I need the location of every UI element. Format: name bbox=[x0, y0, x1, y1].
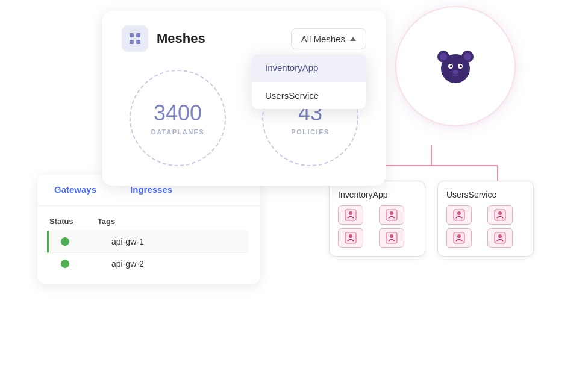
kuma-icon-item bbox=[379, 228, 404, 248]
svg-point-29 bbox=[498, 211, 502, 215]
policies-label: POLICIES bbox=[291, 128, 329, 136]
svg-rect-1 bbox=[136, 33, 140, 37]
usersservice-title: UsersService bbox=[446, 190, 525, 199]
kuma-icon-item bbox=[338, 205, 363, 225]
svg-rect-3 bbox=[136, 40, 140, 44]
tabs-body: Status Tags api-gw-1 api-gw-2 bbox=[37, 206, 260, 284]
dataplanes-stat: 3400 DATAPLANES bbox=[130, 70, 226, 166]
status-dot-active bbox=[61, 237, 69, 246]
inventoryapp-icons bbox=[338, 205, 416, 248]
usersservice-icons bbox=[446, 205, 525, 248]
svg-point-7 bbox=[440, 53, 447, 60]
kuma-icon-item bbox=[338, 228, 363, 248]
main-card: Meshes All Meshes InventoryApp UsersServ… bbox=[102, 11, 386, 186]
chevron-up-icon bbox=[350, 37, 356, 41]
svg-rect-2 bbox=[130, 40, 134, 44]
kuma-icon bbox=[385, 231, 398, 245]
bear-logo-icon bbox=[431, 42, 480, 90]
usersservice-node: UsersService bbox=[437, 181, 534, 257]
kuma-icon bbox=[344, 208, 357, 222]
svg-point-12 bbox=[460, 65, 462, 67]
dataplanes-label: DATAPLANES bbox=[151, 128, 205, 136]
svg-point-33 bbox=[498, 234, 502, 238]
status-header: Status bbox=[49, 217, 74, 226]
row-tag: api-gw-2 bbox=[111, 259, 144, 269]
kuma-icon-item bbox=[487, 228, 513, 248]
table-row[interactable]: api-gw-1 bbox=[47, 231, 248, 253]
svg-point-31 bbox=[457, 234, 461, 238]
grid-icon bbox=[128, 31, 142, 46]
table-row[interactable]: api-gw-2 bbox=[47, 253, 248, 275]
tab-gateways[interactable]: Gateways bbox=[37, 175, 113, 205]
inventoryapp-node: InventoryApp bbox=[329, 181, 425, 257]
kuma-icon bbox=[385, 208, 398, 222]
dropdown-menu: InventoryApp UsersService bbox=[252, 54, 366, 109]
kuma-icon-item bbox=[446, 228, 472, 248]
svg-point-11 bbox=[450, 65, 452, 67]
svg-point-21 bbox=[390, 211, 393, 215]
dropdown-item-usersservice[interactable]: UsersService bbox=[252, 82, 366, 109]
dataplanes-number: 3400 bbox=[154, 101, 202, 126]
svg-point-19 bbox=[349, 211, 352, 215]
tabs-card: Gateways Ingresses Status Tags api-gw-1 … bbox=[37, 175, 260, 284]
tree-nodes: InventoryApp bbox=[311, 181, 552, 257]
kuma-icon-item bbox=[487, 205, 513, 225]
kuma-icon-item bbox=[379, 205, 404, 225]
svg-point-27 bbox=[457, 211, 461, 215]
row-tag: api-gw-1 bbox=[111, 237, 144, 246]
kuma-icon bbox=[452, 231, 466, 245]
dropdown-label: All Meshes bbox=[301, 34, 345, 44]
svg-point-8 bbox=[464, 53, 471, 60]
tags-header: Tags bbox=[98, 217, 115, 226]
all-meshes-dropdown[interactable]: All Meshes bbox=[291, 28, 366, 49]
svg-rect-0 bbox=[130, 33, 134, 37]
card-header: Meshes All Meshes bbox=[122, 25, 366, 52]
kuma-icon-item bbox=[446, 205, 472, 225]
table-header: Status Tags bbox=[49, 213, 248, 231]
inventoryapp-title: InventoryApp bbox=[338, 190, 416, 199]
status-dot-active bbox=[61, 260, 69, 268]
kuma-icon bbox=[344, 231, 357, 245]
svg-point-23 bbox=[349, 234, 352, 238]
kuma-icon bbox=[493, 231, 507, 245]
page-title: Meshes bbox=[157, 31, 205, 46]
svg-point-25 bbox=[390, 234, 393, 238]
dropdown-item-inventoryapp[interactable]: InventoryApp bbox=[252, 54, 366, 82]
grid-icon-wrapper bbox=[122, 25, 148, 52]
svg-point-13 bbox=[452, 70, 458, 75]
kuma-icon bbox=[452, 208, 466, 222]
logo-circle bbox=[395, 6, 516, 126]
kuma-icon bbox=[493, 208, 507, 222]
